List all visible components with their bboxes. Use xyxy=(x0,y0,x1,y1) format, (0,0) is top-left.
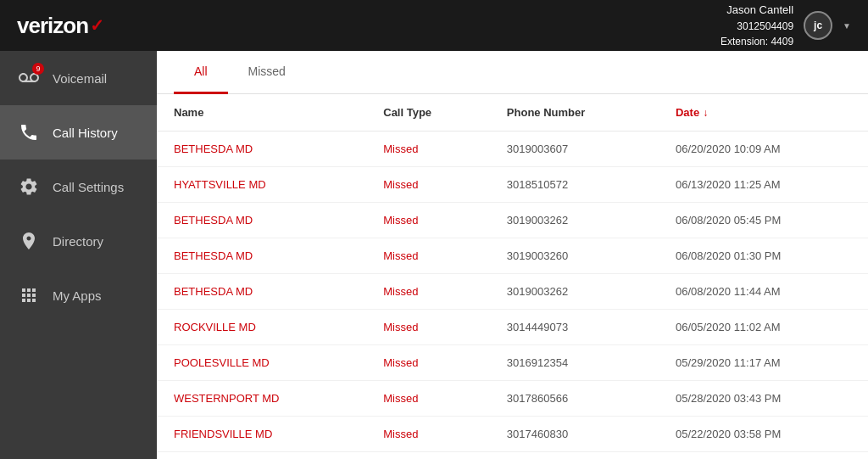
user-info-area: Jason Cantell 3012504409 Extension: 4409… xyxy=(721,2,851,49)
cell-phone: 3013688483 xyxy=(490,452,659,460)
cell-phone: 3016912354 xyxy=(490,345,659,381)
table-row: FRIENDSVILLE MD Missed 3017460830 05/22/… xyxy=(157,417,868,452)
cell-call-type: Missed xyxy=(366,238,490,274)
cell-date: 06/08/2020 05:45 PM xyxy=(659,203,868,238)
cell-date: 06/08/2020 01:30 PM xyxy=(659,238,868,274)
cell-call-type: Missed xyxy=(366,345,490,381)
sidebar-item-call-settings[interactable]: Call Settings xyxy=(0,160,157,214)
user-name: Jason Cantell xyxy=(721,2,793,19)
cell-date: 06/05/2020 11:02 AM xyxy=(659,310,868,345)
sidebar: 9 Voicemail Call History Call Settings xyxy=(0,51,157,459)
user-details: Jason Cantell 3012504409 Extension: 4409 xyxy=(721,2,793,49)
cell-call-type: Missed xyxy=(366,310,490,345)
cell-date: 06/20/2020 10:09 AM xyxy=(659,132,868,167)
cell-call-type: Missed xyxy=(366,452,490,460)
sidebar-item-my-apps[interactable]: My Apps xyxy=(0,268,157,322)
table-row: WESTERNPORT MD Missed 3017860566 05/28/2… xyxy=(157,381,868,417)
cell-date: 05/28/2020 03:43 PM xyxy=(659,381,868,417)
col-header-name[interactable]: Name xyxy=(157,94,366,132)
cell-phone: 3019003262 xyxy=(490,274,659,310)
user-dropdown-icon[interactable]: ▼ xyxy=(843,21,851,31)
table-row: BETHESDA MD Missed 3019003607 06/20/2020… xyxy=(157,132,868,167)
table-row: ROCKVILLE MD Missed 3014449073 06/05/202… xyxy=(157,310,868,345)
cell-call-type: Missed xyxy=(366,203,490,238)
sidebar-item-voicemail[interactable]: 9 Voicemail xyxy=(0,51,157,105)
tab-missed[interactable]: Missed xyxy=(228,51,306,94)
sidebar-call-settings-label: Call Settings xyxy=(53,180,124,194)
table-row: BETHESDA MD Missed 3019003262 06/08/2020… xyxy=(157,203,868,238)
cell-call-type: Missed xyxy=(366,167,490,203)
cell-call-type: Missed xyxy=(366,381,490,417)
cell-date: 06/08/2020 11:44 AM xyxy=(659,274,868,310)
logo: verizon✓ xyxy=(17,13,103,39)
cell-phone: 3017460830 xyxy=(490,417,659,452)
cell-call-type: Missed xyxy=(366,274,490,310)
cell-name[interactable]: DAMASCUS MD xyxy=(157,452,366,460)
cell-phone: 3018510572 xyxy=(490,167,659,203)
table-row: BETHESDA MD Missed 3019003260 06/08/2020… xyxy=(157,238,868,274)
cell-name[interactable]: ROCKVILLE MD xyxy=(157,310,366,345)
cell-date: 05/21/2020 02:12 PM xyxy=(659,452,868,460)
cell-phone: 3019003262 xyxy=(490,203,659,238)
user-extension: Extension: 4409 xyxy=(721,34,793,49)
sidebar-call-history-label: Call History xyxy=(53,126,118,140)
cell-name[interactable]: FRIENDSVILLE MD xyxy=(157,417,366,452)
avatar[interactable]: jc xyxy=(804,11,832,40)
tabs-bar: All Missed xyxy=(157,51,868,94)
logo-check: ✓ xyxy=(90,15,103,36)
sidebar-item-directory[interactable]: Directory xyxy=(0,214,157,268)
col-header-date[interactable]: Date ↓ xyxy=(659,94,868,132)
apps-icon xyxy=(17,283,41,307)
cell-phone: 3019003260 xyxy=(490,238,659,274)
col-header-call-type[interactable]: Call Type xyxy=(366,94,490,132)
voicemail-badge: 9 xyxy=(32,63,44,75)
sort-arrow-icon: ↓ xyxy=(703,107,708,119)
table-row: BETHESDA MD Missed 3019003262 06/08/2020… xyxy=(157,274,868,310)
cell-call-type: Missed xyxy=(366,132,490,167)
call-settings-icon xyxy=(17,175,41,199)
cell-name[interactable]: POOLESVILLE MD xyxy=(157,345,366,381)
table-row: DAMASCUS MD Missed 3013688483 05/21/2020… xyxy=(157,452,868,460)
cell-name[interactable]: HYATTSVILLE MD xyxy=(157,167,366,203)
logo-text: verizon xyxy=(17,13,88,39)
cell-date: 05/29/2020 11:17 AM xyxy=(659,345,868,381)
main-layout: 9 Voicemail Call History Call Settings xyxy=(0,51,868,459)
sidebar-voicemail-label: Voicemail xyxy=(53,71,107,86)
table-body: BETHESDA MD Missed 3019003607 06/20/2020… xyxy=(157,132,868,460)
directory-icon xyxy=(17,229,41,253)
app-header: verizon✓ Jason Cantell 3012504409 Extens… xyxy=(0,0,868,51)
cell-name[interactable]: BETHESDA MD xyxy=(157,132,366,167)
cell-call-type: Missed xyxy=(366,417,490,452)
table-row: HYATTSVILLE MD Missed 3018510572 06/13/2… xyxy=(157,167,868,203)
cell-name[interactable]: WESTERNPORT MD xyxy=(157,381,366,417)
table-row: POOLESVILLE MD Missed 3016912354 05/29/2… xyxy=(157,345,868,381)
call-history-table: Name Call Type Phone Number Date ↓ xyxy=(157,94,868,459)
cell-phone: 3017860566 xyxy=(490,381,659,417)
tab-all[interactable]: All xyxy=(174,51,228,94)
cell-date: 06/13/2020 11:25 AM xyxy=(659,167,868,203)
voicemail-icon: 9 xyxy=(17,66,41,90)
user-phone: 3012504409 xyxy=(721,19,793,34)
sidebar-directory-label: Directory xyxy=(53,234,103,249)
call-history-table-container: Name Call Type Phone Number Date ↓ xyxy=(157,94,868,459)
content-area: All Missed Name Call Type Phone Number xyxy=(157,51,868,459)
cell-name[interactable]: BETHESDA MD xyxy=(157,274,366,310)
call-history-icon xyxy=(17,120,41,144)
sidebar-item-call-history[interactable]: Call History xyxy=(0,105,157,160)
cell-phone: 3019003607 xyxy=(490,132,659,167)
col-header-phone[interactable]: Phone Number xyxy=(490,94,659,132)
cell-phone: 3014449073 xyxy=(490,310,659,345)
sidebar-my-apps-label: My Apps xyxy=(53,288,102,303)
table-header-row: Name Call Type Phone Number Date ↓ xyxy=(157,94,868,132)
cell-date: 05/22/2020 03:58 PM xyxy=(659,417,868,452)
cell-name[interactable]: BETHESDA MD xyxy=(157,238,366,274)
cell-name[interactable]: BETHESDA MD xyxy=(157,203,366,238)
